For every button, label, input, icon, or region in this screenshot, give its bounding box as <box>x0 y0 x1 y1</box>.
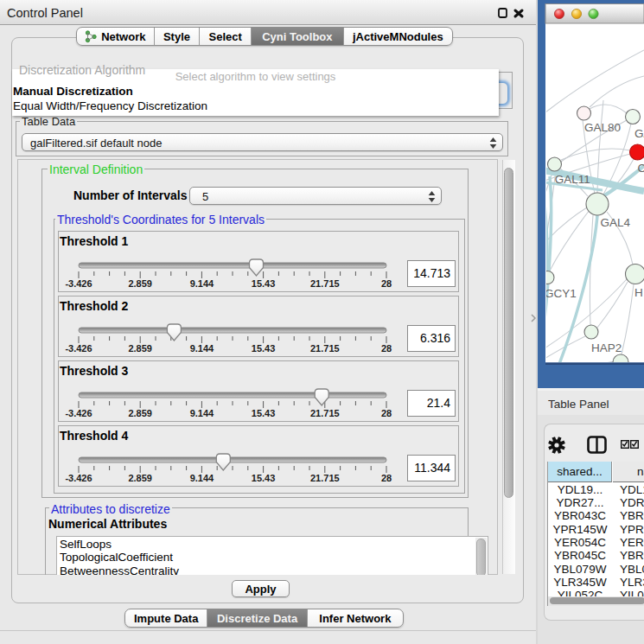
svg-text:28: 28 <box>381 278 392 289</box>
svg-text:C: C <box>638 162 644 175</box>
svg-text:GAL11: GAL11 <box>555 173 590 186</box>
svg-text:-3.426: -3.426 <box>65 278 92 289</box>
svg-text:-3.426: -3.426 <box>65 473 92 483</box>
svg-text:28: 28 <box>381 473 392 483</box>
svg-text:2.859: 2.859 <box>128 473 152 483</box>
svg-text:9.144: 9.144 <box>190 278 214 289</box>
svg-text:GAL4: GAL4 <box>601 216 631 229</box>
svg-text:HAP2: HAP2 <box>591 341 622 354</box>
svg-text:15.43: 15.43 <box>252 473 276 483</box>
svg-text:GAL80: GAL80 <box>584 121 621 134</box>
svg-text:9.144: 9.144 <box>190 408 214 418</box>
svg-text:15.43: 15.43 <box>252 343 276 354</box>
svg-text:GCY1: GCY1 <box>545 287 577 300</box>
svg-text:-3.426: -3.426 <box>65 408 92 418</box>
svg-text:GA: GA <box>634 127 644 140</box>
svg-text:H: H <box>634 286 643 299</box>
svg-text:28: 28 <box>381 408 392 418</box>
svg-text:2.859: 2.859 <box>128 278 152 289</box>
svg-text:15.43: 15.43 <box>252 408 276 418</box>
svg-text:9.144: 9.144 <box>190 473 214 483</box>
svg-text:2.859: 2.859 <box>128 343 152 354</box>
svg-text:21.715: 21.715 <box>310 408 340 418</box>
svg-text:21.715: 21.715 <box>310 473 340 483</box>
svg-text:21.715: 21.715 <box>310 278 340 289</box>
svg-text:21.715: 21.715 <box>310 343 340 354</box>
svg-text:9.144: 9.144 <box>190 343 214 354</box>
svg-text:-3.426: -3.426 <box>65 343 92 354</box>
svg-text:15.43: 15.43 <box>252 278 276 289</box>
svg-text:28: 28 <box>381 343 392 354</box>
svg-text:2.859: 2.859 <box>128 408 152 418</box>
